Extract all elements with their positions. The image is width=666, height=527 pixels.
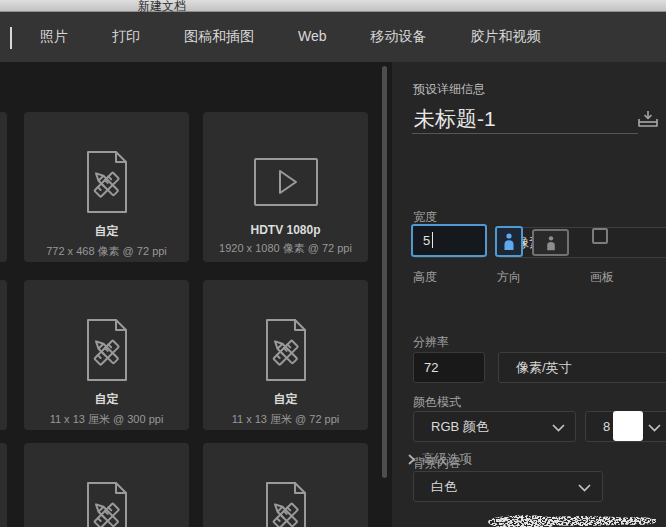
preset-card[interactable]: 自定 772 x 468 像素 @ 72 ppi [24, 112, 189, 262]
video-icon [253, 112, 319, 214]
window-titlebar: 新建文档 [0, 0, 666, 12]
portrait-person-icon [502, 232, 516, 251]
preset-grid: 自定 772 x 468 像素 @ 72 ppi HDTV 1080p 1920… [0, 62, 392, 527]
background-value: 白色 [414, 478, 457, 496]
preset-card[interactable] [203, 443, 368, 527]
orientation-label: 方向 [497, 269, 521, 286]
document-icon [81, 280, 133, 382]
chevron-right-icon [408, 454, 415, 465]
chevron-down-icon [578, 478, 591, 496]
background-color-swatch[interactable] [613, 411, 643, 441]
advanced-options-toggle[interactable]: 高级选项 [408, 451, 472, 468]
preset-card-partial[interactable] [0, 112, 7, 262]
advanced-options-label: 高级选项 [422, 451, 472, 468]
preset-name: HDTV 1080p [250, 223, 320, 237]
tab-edge-divider [10, 27, 12, 49]
preset-spec: 11 x 13 厘米 @ 300 ppi [50, 412, 164, 427]
width-unit-dropdown[interactable]: 像素 [498, 227, 666, 258]
artboard-label: 画板 [590, 269, 614, 286]
preset-scrollbar[interactable] [382, 66, 387, 478]
orientation-portrait-button[interactable] [495, 226, 523, 257]
text-cursor [432, 232, 433, 248]
color-mode-dropdown[interactable]: RGB 颜色 [413, 411, 576, 442]
preset-card-partial[interactable] [0, 443, 7, 527]
tab-art-illustration[interactable]: 图稿和插图 [184, 28, 254, 46]
preset-card[interactable] [24, 443, 189, 527]
document-icon [81, 443, 133, 527]
color-mode-value: RGB 颜色 [414, 418, 489, 436]
scribble-artifact [486, 511, 656, 527]
document-icon [260, 280, 312, 382]
height-input[interactable] [411, 224, 487, 257]
resolution-label: 分辨率 [413, 334, 449, 351]
tab-film-video[interactable]: 胶片和视频 [471, 28, 541, 46]
preset-name: 自定 [95, 223, 119, 240]
tab-mobile[interactable]: 移动设备 [371, 28, 427, 46]
document-icon [81, 112, 133, 214]
artboard-checkbox[interactable] [592, 228, 608, 244]
preset-spec: 1920 x 1080 像素 @ 72 ppi [219, 241, 352, 256]
color-mode-label: 颜色模式 [413, 394, 461, 411]
preset-card[interactable]: HDTV 1080p 1920 x 1080 像素 @ 72 ppi [203, 112, 368, 262]
document-icon [260, 443, 312, 527]
resolution-unit-dropdown[interactable]: 像素/英寸 [498, 352, 666, 383]
preset-card[interactable]: 自定 11 x 13 厘米 @ 72 ppi [203, 280, 368, 430]
tab-web[interactable]: Web [298, 28, 327, 46]
preset-spec: 11 x 13 厘米 @ 72 ppi [232, 412, 340, 427]
background-dropdown[interactable]: 白色 [413, 471, 603, 502]
preset-card-partial[interactable] [0, 280, 7, 430]
tab-print[interactable]: 打印 [112, 28, 140, 46]
height-label: 高度 [413, 269, 437, 286]
preset-name: 自定 [274, 391, 298, 408]
tab-photo[interactable]: 照片 [40, 28, 68, 46]
new-document-dialog: 新建文档 照片 打印 图稿和插图 Web 移动设备 胶片和视频 [0, 0, 666, 527]
category-tabbar: 照片 打印 图稿和插图 Web 移动设备 胶片和视频 [0, 12, 666, 62]
chevron-down-icon [648, 418, 661, 436]
resolution-input[interactable] [413, 352, 485, 383]
save-preset-icon[interactable] [638, 110, 658, 128]
preset-card[interactable]: 自定 11 x 13 厘米 @ 300 ppi [24, 280, 189, 430]
preset-name: 自定 [95, 391, 119, 408]
preset-spec: 772 x 468 像素 @ 72 ppi [46, 244, 167, 259]
document-name-input[interactable] [412, 104, 638, 134]
landscape-person-icon [545, 235, 557, 251]
preset-details-panel: 预设详细信息 宽度 像素 高度 方向 [392, 62, 666, 527]
orientation-landscape-button[interactable] [532, 229, 569, 256]
panel-header: 预设详细信息 [413, 81, 485, 98]
resolution-unit-value: 像素/英寸 [499, 359, 572, 377]
chevron-down-icon [552, 418, 565, 436]
